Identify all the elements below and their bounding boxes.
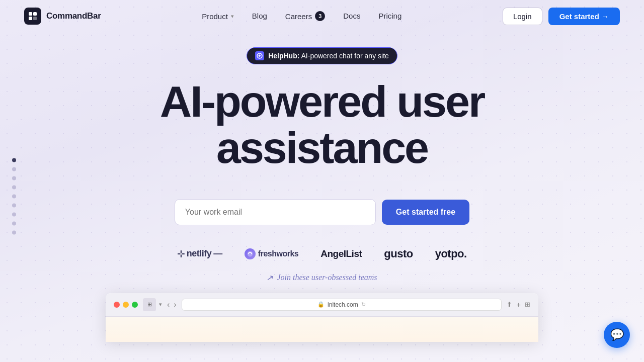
get-started-free-button[interactable]: Get started free (382, 200, 469, 225)
browser-toolbar: ⊞ ▾ ‹ › 🔒 initech.com ↻ ⬆ + ⊞ (106, 293, 538, 317)
side-nav-dot-1[interactable] (12, 158, 16, 162)
helphub-badge-label: HelpHub: (268, 52, 299, 60)
hero-line1: AI-powered user (160, 76, 484, 126)
browser-close-dot[interactable] (114, 302, 120, 308)
browser-add-tab-icon[interactable]: + (516, 300, 521, 309)
navbar: CommandBar Product ▾ Blog Careers 3 Docs… (0, 0, 644, 32)
email-input[interactable] (175, 199, 376, 225)
browser-url: initech.com (328, 301, 358, 308)
careers-badge-count: 3 (315, 11, 325, 21)
browser-maximize-dot[interactable] (132, 302, 138, 308)
nav-links: Product ▾ Blog Careers 3 Docs Pricing (202, 11, 401, 21)
svg-rect-3 (33, 17, 37, 20)
chat-icon: 💬 (610, 328, 624, 341)
side-nav-dot-5[interactable] (12, 194, 16, 198)
netlify-icon: ⊹ (177, 248, 185, 259)
angellist-logo: AngelList (320, 248, 362, 259)
side-nav-dot-3[interactable] (12, 176, 16, 180)
hero-heading: AI-powered user assistance (160, 78, 484, 171)
browser-forward-icon[interactable]: › (174, 300, 176, 309)
email-form: Get started free (175, 199, 469, 225)
browser-url-bar[interactable]: 🔒 initech.com ↻ (182, 299, 502, 311)
get-started-nav-button[interactable]: Get started → (548, 8, 620, 25)
logo[interactable]: CommandBar (24, 8, 101, 25)
join-text: Join these user-obsessed teams (277, 273, 377, 282)
helphub-badge[interactable]: HelpHub: AI-powered chat for any site (247, 47, 397, 64)
helphub-badge-description: AI-powered chat for any site (301, 52, 389, 60)
refresh-icon: ↻ (361, 301, 366, 308)
browser-share-icon[interactable]: ⬆ (507, 301, 512, 308)
lock-icon: 🔒 (317, 301, 325, 308)
nav-link-product[interactable]: Product ▾ (202, 12, 234, 21)
side-nav-dot-4[interactable] (12, 185, 16, 189)
helphub-badge-text: HelpHub: AI-powered chat for any site (268, 52, 389, 60)
yotpo-logo: yotpo. (435, 247, 467, 260)
browser-tabs: ⊞ ▾ (143, 298, 162, 311)
nav-item-careers[interactable]: Careers 3 (285, 11, 325, 21)
nav-link-blog[interactable]: Blog (252, 12, 267, 20)
side-nav-dot-6[interactable] (12, 203, 16, 207)
nav-item-product[interactable]: Product ▾ (202, 12, 234, 21)
nav-item-pricing[interactable]: Pricing (378, 12, 401, 21)
browser-url-actions: ⬆ + ⊞ (507, 300, 530, 309)
browser-tab-grid-icon[interactable]: ⊞ (143, 298, 156, 311)
chevron-down-icon: ▾ (231, 13, 234, 20)
logo-text: CommandBar (46, 11, 101, 21)
chat-widget[interactable]: 💬 (604, 322, 630, 348)
netlify-logo: ⊹ netlify — (177, 248, 222, 259)
nav-actions: Login Get started → (503, 8, 620, 25)
freshworks-icon (245, 248, 256, 259)
side-nav-dot-9[interactable] (12, 230, 16, 234)
svg-point-5 (247, 251, 253, 256)
svg-rect-2 (29, 17, 32, 20)
logos-section: ⊹ netlify — freshworks AngelList gusto y… (177, 247, 466, 260)
gusto-logo: gusto (384, 247, 413, 260)
nav-link-docs[interactable]: Docs (343, 12, 360, 20)
helphub-icon (255, 51, 264, 60)
browser-nav: ‹ › (167, 300, 177, 309)
nav-link-careers[interactable]: Careers 3 (285, 11, 325, 21)
browser-grid-icon[interactable]: ⊞ (525, 301, 530, 308)
nav-item-blog[interactable]: Blog (252, 12, 267, 21)
login-button[interactable]: Login (503, 8, 542, 25)
join-text-container: ↗ Join these user-obsessed teams (267, 273, 377, 283)
side-nav-dot-8[interactable] (12, 221, 16, 225)
browser-minimize-dot[interactable] (123, 302, 129, 308)
arrow-icon: ↗ (266, 272, 275, 284)
side-nav-dot-7[interactable] (12, 212, 16, 216)
side-navigation (12, 158, 16, 234)
svg-rect-1 (33, 12, 37, 16)
browser-window-controls (114, 302, 138, 308)
browser-tab-arrow: ▾ (159, 301, 162, 308)
browser-window: ⊞ ▾ ‹ › 🔒 initech.com ↻ ⬆ + ⊞ (106, 293, 538, 342)
main-content: HelpHub: AI-powered chat for any site AI… (0, 32, 644, 342)
nav-item-docs[interactable]: Docs (343, 12, 360, 21)
svg-rect-0 (29, 12, 32, 16)
freshworks-logo: freshworks (245, 248, 298, 259)
browser-back-icon[interactable]: ‹ (167, 300, 170, 309)
hero-line2: assistance (216, 123, 428, 172)
browser-content (106, 317, 538, 342)
nav-link-pricing[interactable]: Pricing (378, 12, 401, 20)
side-nav-dot-2[interactable] (12, 167, 16, 171)
logo-icon (24, 8, 41, 25)
